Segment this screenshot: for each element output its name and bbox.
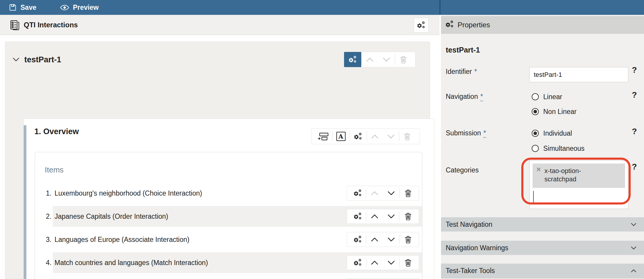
move-down-button[interactable] [383, 256, 399, 270]
accordion-test-navigation[interactable]: Test Navigation [441, 217, 644, 232]
delete-button [399, 129, 415, 144]
trash-icon [404, 212, 412, 221]
trash-icon [399, 56, 407, 64]
item-title: Luxembourg's neighborhood (Choice Intera… [55, 189, 202, 197]
chevron-down-icon [388, 214, 395, 218]
tao-test-editor: Save Preview QTI Interactions [0, 0, 644, 279]
chevron-up-icon [371, 191, 378, 195]
radio-label: Linear [543, 93, 562, 101]
move-up-button [362, 52, 378, 67]
delete-button[interactable] [400, 209, 416, 223]
move-down-button[interactable] [383, 232, 399, 247]
identifier-input[interactable] [529, 67, 628, 82]
preview-label: Preview [73, 4, 99, 12]
move-up-button[interactable] [366, 186, 383, 200]
accordion-label: Test-Taker Tools [446, 264, 495, 278]
identifier-label: Identifier* [446, 68, 477, 76]
accordion-test-taker-tools[interactable]: Test-Taker Tools [441, 264, 644, 278]
item-controls [347, 209, 419, 224]
trash-icon [403, 132, 411, 141]
accordion-label: Test Navigation [446, 217, 492, 232]
radio-option-non-linear[interactable]: Non Linear [532, 107, 577, 116]
navigation-label: Navigation* [446, 93, 483, 101]
item-row: 4. Match countries and languages (Match … [35, 252, 422, 273]
radio-label: Simultaneous [543, 145, 584, 153]
chevron-down-icon [388, 191, 395, 195]
preview-button[interactable]: Preview [60, 0, 99, 15]
add-text-block-button[interactable]: A [333, 129, 349, 144]
top-action-bar: Save Preview [0, 0, 644, 15]
radio-option-individual[interactable]: Individual [532, 129, 572, 137]
document-header: QTI Interactions [0, 15, 440, 35]
properties-header: Properties [441, 16, 644, 34]
required-mark: * [480, 93, 483, 101]
section-card: 1. Overview A [23, 118, 434, 279]
chevron-down-icon [631, 246, 636, 250]
save-button[interactable]: Save [9, 0, 36, 15]
delete-button[interactable] [400, 186, 416, 200]
gears-icon [353, 189, 362, 197]
item-number: 4. [41, 259, 52, 267]
selected-element-title: testPart-1 [446, 45, 480, 55]
test-settings-button[interactable] [414, 18, 429, 33]
delete-button[interactable] [400, 256, 416, 270]
accordion-navigation-warnings[interactable]: Navigation Warnings [441, 241, 644, 255]
chevron-down-icon [388, 237, 395, 242]
item-number: 1. [41, 189, 52, 197]
test-part-controls [344, 52, 416, 67]
categories-input[interactable]: ✕ x-tao-option-scratchpad [529, 160, 628, 209]
radio-option-linear[interactable]: Linear [532, 93, 562, 101]
chevron-up-icon [631, 269, 636, 272]
collapse-chevron-icon[interactable] [13, 58, 19, 61]
chevron-up-icon [371, 134, 378, 139]
section-left-stripe [24, 125, 26, 279]
add-item-button[interactable] [314, 129, 332, 144]
section-toolbar: A [311, 129, 420, 144]
test-part-settings-button[interactable] [344, 52, 361, 67]
radio-icon [532, 93, 539, 100]
gears-icon [353, 259, 362, 267]
save-label: Save [20, 4, 36, 12]
item-row: 2. Japanese Capitals (Order Interaction) [35, 206, 422, 227]
remove-tag-icon[interactable]: ✕ [536, 166, 541, 173]
delete-button[interactable] [400, 232, 416, 247]
item-settings-button[interactable] [349, 209, 366, 223]
gears-icon [354, 132, 362, 141]
chevron-down-icon [388, 261, 395, 265]
item-settings-button[interactable] [349, 256, 366, 270]
chevron-up-icon [366, 58, 373, 62]
move-up-button[interactable] [366, 256, 383, 270]
item-settings-button[interactable] [349, 232, 366, 247]
items-panel: Items 1. Luxembourg's neighborhood (Choi… [35, 152, 422, 279]
section-title: 1. Overview [34, 127, 79, 136]
move-up-button[interactable] [366, 232, 383, 247]
identifier-help-icon[interactable]: ? [632, 65, 637, 75]
item-controls [347, 255, 419, 270]
move-down-button[interactable] [383, 186, 399, 200]
radio-option-simultaneous[interactable]: Simultaneous [532, 144, 584, 153]
eye-icon [60, 5, 69, 10]
items-heading: Items [45, 165, 64, 175]
categories-help-icon[interactable]: ? [632, 162, 637, 172]
chevron-up-icon [371, 237, 378, 242]
add-item-icon [317, 132, 329, 141]
item-number: 2. [41, 213, 52, 221]
item-settings-button[interactable] [349, 186, 366, 200]
move-down-button [383, 129, 399, 144]
item-title: Match countries and languages (Match Int… [55, 259, 208, 267]
text-block-icon: A [336, 132, 346, 141]
section-settings-button[interactable] [349, 129, 367, 144]
gears-icon [353, 212, 362, 221]
properties-title: Properties [458, 16, 490, 34]
item-list: 1. Luxembourg's neighborhood (Choice Int… [35, 183, 422, 279]
move-up-button[interactable] [366, 209, 383, 223]
navigation-help-icon[interactable]: ? [632, 90, 637, 100]
submission-help-icon[interactable]: ? [632, 127, 637, 136]
radio-icon [532, 108, 539, 115]
move-down-button[interactable] [383, 209, 399, 223]
submission-label: Submission* [446, 129, 486, 137]
gears-icon [445, 20, 454, 28]
chevron-up-icon [371, 261, 378, 265]
item-row: 5. H.G. Wells: The time machine (Hottext… [35, 275, 422, 279]
accordion-label: Navigation Warnings [446, 241, 508, 255]
